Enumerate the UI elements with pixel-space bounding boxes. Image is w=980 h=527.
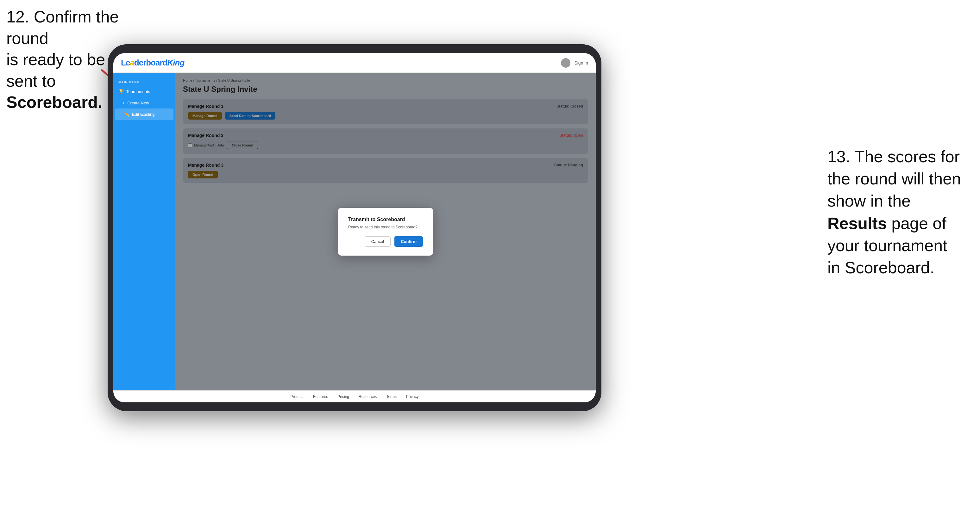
tablet-device: LeaderboardKing Sign In MAIN MENU 🏆 Tour… [108,44,601,411]
modal-subtitle: Ready to send this round to Scoreboard? [348,225,423,229]
edit-icon: ✏️ [124,112,129,117]
cancel-button[interactable]: Cancel [365,236,391,247]
footer-privacy[interactable]: Privacy [406,394,418,399]
app-footer: Product Features Pricing Resources Terms… [113,390,596,402]
app-header: LeaderboardKing Sign In [113,53,596,73]
main-content: Home / Tournaments / State U Spring Invi… [175,73,596,390]
footer-product[interactable]: Product [291,394,304,399]
annotation-right-line3: show in the [827,192,911,210]
sidebar-item-tournaments[interactable]: 🏆 Tournaments [113,86,175,97]
sidebar-item-edit-existing[interactable]: ✏️ Edit Existing [115,108,173,120]
annotation-right-line5: your tournament [827,236,947,255]
tablet-screen: LeaderboardKing Sign In MAIN MENU 🏆 Tour… [113,53,596,402]
footer-pricing[interactable]: Pricing [337,394,349,399]
edit-existing-label: Edit Existing [132,112,155,117]
annotation-right-line2: the round will then [827,170,961,188]
header-right: Sign In [561,58,588,68]
footer-features[interactable]: Features [313,394,328,399]
annotation-line1: 12. Confirm the round [6,8,119,48]
logo: LeaderboardKing [121,58,184,68]
modal-title: Transmit to Scoreboard [348,217,423,222]
annotation-right: 13. The scores for the round will then s… [827,146,961,279]
modal-actions: Cancel Confirm [348,236,423,247]
signin-label[interactable]: Sign In [574,60,588,65]
annotation-right-line4rest: page of [887,214,947,232]
annotation-line3: Scoreboard. [6,93,102,111]
sidebar-item-create-new[interactable]: + Create New [113,97,175,108]
annotation-right-bold: Results [827,214,887,232]
annotation-line2: is ready to be sent to [6,50,105,90]
sidebar: MAIN MENU 🏆 Tournaments + Create New ✏️ … [113,73,175,390]
footer-terms[interactable]: Terms [386,394,397,399]
user-avatar-icon [561,58,570,68]
tournaments-label: Tournaments [126,89,150,94]
footer-resources[interactable]: Resources [359,394,377,399]
logo-area: LeaderboardKing [121,58,184,68]
modal-overlay: Transmit to Scoreboard Ready to send thi… [175,73,596,390]
transmit-modal: Transmit to Scoreboard Ready to send thi… [338,208,433,256]
create-new-label: Create New [127,101,149,105]
sidebar-section-label: MAIN MENU [113,78,175,86]
app-body: MAIN MENU 🏆 Tournaments + Create New ✏️ … [113,73,596,390]
annotation-right-line1: 13. The scores for [827,148,960,166]
plus-icon: + [122,100,125,105]
trophy-icon: 🏆 [118,89,124,94]
annotation-right-line6: in Scoreboard. [827,259,934,277]
confirm-button[interactable]: Confirm [395,236,423,247]
